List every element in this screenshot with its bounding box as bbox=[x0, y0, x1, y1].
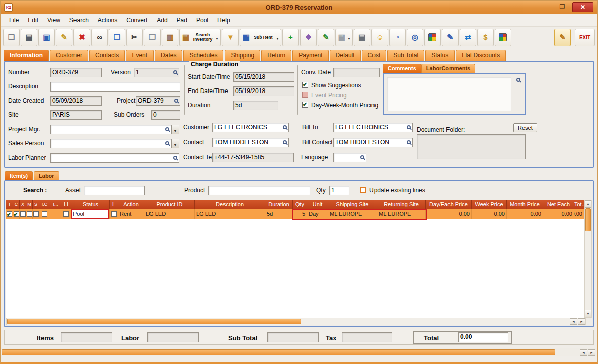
items-row-cell[interactable] bbox=[50, 209, 61, 219]
column-header[interactable]: Duration bbox=[265, 200, 293, 209]
menu-item[interactable]: Edit bbox=[23, 15, 43, 25]
sales-person-dropdown-button[interactable] bbox=[171, 139, 179, 148]
column-header[interactable]: Status bbox=[71, 200, 110, 209]
contact-field[interactable]: TOM HIDDLESTON bbox=[212, 138, 289, 147]
exit-button[interactable]: EXIT bbox=[575, 29, 595, 46]
project-field[interactable]: ORD-379 bbox=[136, 96, 180, 106]
menu-item[interactable]: Search bbox=[65, 15, 93, 25]
tab[interactable]: Cost bbox=[362, 50, 387, 61]
edit-button[interactable]: ✎ bbox=[56, 29, 72, 46]
row-checkbox[interactable] bbox=[33, 211, 39, 217]
tab[interactable]: LaborComments bbox=[421, 64, 475, 73]
row-checkbox[interactable] bbox=[7, 211, 12, 217]
qty-input[interactable]: 1 bbox=[329, 186, 349, 195]
labor-planner-field[interactable] bbox=[50, 153, 179, 163]
tab[interactable]: Default bbox=[330, 50, 361, 61]
items-row-cell[interactable] bbox=[110, 209, 118, 219]
scrollbar-thumb[interactable] bbox=[7, 319, 301, 324]
site-field[interactable]: PARIS bbox=[50, 110, 102, 120]
column-header[interactable]: Action bbox=[118, 200, 144, 209]
items-row-cell[interactable]: 0.00 bbox=[507, 209, 543, 219]
items-row-cell[interactable] bbox=[13, 209, 20, 219]
transfer-document-button[interactable]: ❏ bbox=[109, 29, 125, 46]
cut-button[interactable]: ✂ bbox=[126, 29, 143, 46]
edit-form-button[interactable]: ✎ bbox=[442, 29, 459, 46]
items-row-cell[interactable] bbox=[33, 209, 39, 219]
column-header[interactable]: X bbox=[20, 200, 26, 209]
row-checkbox[interactable] bbox=[42, 211, 47, 217]
wand-button[interactable]: ✎ bbox=[554, 29, 571, 46]
column-header[interactable]: Week Price bbox=[472, 200, 507, 209]
new-document-button[interactable]: ❏ bbox=[3, 29, 20, 46]
duration-field[interactable]: 5d bbox=[233, 101, 278, 110]
menu-item[interactable]: Add bbox=[152, 15, 172, 25]
column-header[interactable]: Day/Each Price bbox=[426, 200, 472, 209]
tab[interactable]: Event bbox=[126, 50, 154, 61]
column-header[interactable]: Tot... bbox=[574, 200, 584, 209]
event-pricing-checkbox[interactable] bbox=[302, 92, 308, 98]
sub-orders-field[interactable]: 0 bbox=[151, 110, 180, 120]
app-horizontal-scrollbar[interactable]: ◄ ► bbox=[1, 348, 597, 356]
pad-button[interactable]: ▦ bbox=[335, 29, 353, 46]
column-header[interactable]: C bbox=[13, 200, 20, 209]
asset-input[interactable] bbox=[84, 186, 145, 195]
reset-button[interactable]: Reset bbox=[513, 123, 537, 132]
column-header[interactable]: Description bbox=[195, 200, 265, 209]
filter-button[interactable]: ▼ bbox=[222, 29, 239, 46]
row-checkbox[interactable] bbox=[111, 211, 117, 217]
scrollbar-thumb[interactable] bbox=[585, 208, 591, 231]
end-date-field[interactable]: 05/19/2018 bbox=[233, 86, 294, 96]
items-row-cell[interactable]: Pool bbox=[71, 209, 110, 219]
column-header[interactable]: I.I bbox=[61, 200, 71, 209]
items-row-cell[interactable]: Day bbox=[307, 209, 328, 219]
update-existing-lines-checkbox[interactable] bbox=[360, 187, 366, 193]
customer-field[interactable]: LG ELECTRONICS bbox=[212, 123, 289, 132]
search-icon[interactable] bbox=[173, 70, 177, 74]
items-horizontal-scrollbar[interactable]: ◄ ► bbox=[6, 318, 586, 325]
start-date-field[interactable]: 05/15/2018 bbox=[233, 72, 294, 82]
column-header[interactable]: Unit bbox=[307, 200, 328, 209]
items-row[interactable]: PoolRentLG LEDLG LED5d5DayML EUROPEML EU… bbox=[6, 209, 586, 219]
items-row-cell[interactable]: 0.00 bbox=[472, 209, 507, 219]
delete-button[interactable]: ✖ bbox=[73, 29, 90, 46]
number-field[interactable]: ORD-379 bbox=[50, 68, 102, 77]
search-icon[interactable] bbox=[283, 125, 287, 129]
search-icon[interactable] bbox=[173, 156, 177, 160]
tab[interactable]: Schedules bbox=[183, 50, 223, 61]
items-row-cell[interactable]: ML EUROPE bbox=[377, 209, 426, 219]
tab[interactable]: Payment bbox=[292, 50, 328, 61]
items-row-cell[interactable] bbox=[20, 209, 26, 219]
search-icon[interactable] bbox=[516, 78, 520, 82]
menu-item[interactable]: File bbox=[5, 15, 23, 25]
modules-button[interactable] bbox=[495, 29, 511, 46]
menu-item[interactable]: Help bbox=[213, 15, 235, 25]
sub-rent-button[interactable]: ▦ Sub Rent bbox=[240, 29, 281, 46]
comments-textarea[interactable] bbox=[387, 77, 511, 111]
close-button[interactable]: ✕ bbox=[572, 2, 593, 12]
row-checkbox[interactable] bbox=[20, 211, 26, 217]
print-button[interactable]: ▤ bbox=[21, 29, 37, 46]
tab[interactable]: Flat Discounts bbox=[456, 50, 506, 61]
version-field[interactable]: 1 bbox=[134, 68, 179, 77]
contact-tel-field[interactable]: +44-17-5349-1585 bbox=[212, 153, 294, 162]
search-icon[interactable] bbox=[407, 140, 411, 144]
row-checkbox[interactable] bbox=[14, 211, 19, 217]
maximize-button[interactable]: ❐ bbox=[555, 2, 569, 12]
show-suggestions-checkbox[interactable] bbox=[302, 82, 308, 88]
scrollbar-thumb[interactable] bbox=[2, 349, 555, 355]
menu-item[interactable]: Pool bbox=[192, 15, 213, 25]
tab[interactable]: Sub Total bbox=[387, 50, 424, 61]
add-line-button[interactable]: + bbox=[282, 29, 299, 46]
tab[interactable]: Shipping bbox=[225, 50, 260, 61]
items-row-cell[interactable] bbox=[26, 209, 33, 219]
search-icon[interactable] bbox=[283, 140, 287, 144]
menu-item[interactable]: Pad bbox=[172, 15, 192, 25]
dwm-pricing-checkbox[interactable] bbox=[302, 102, 308, 108]
conv-date-field[interactable] bbox=[333, 68, 380, 77]
items-row-cell[interactable]: LG LED bbox=[144, 209, 195, 219]
menu-item[interactable]: Actions bbox=[93, 15, 122, 25]
column-header[interactable]: Qty bbox=[293, 200, 307, 209]
billing-button[interactable]: $ bbox=[477, 29, 494, 46]
find-button[interactable]: ∞ bbox=[91, 29, 108, 46]
tab[interactable]: Information bbox=[4, 50, 49, 61]
